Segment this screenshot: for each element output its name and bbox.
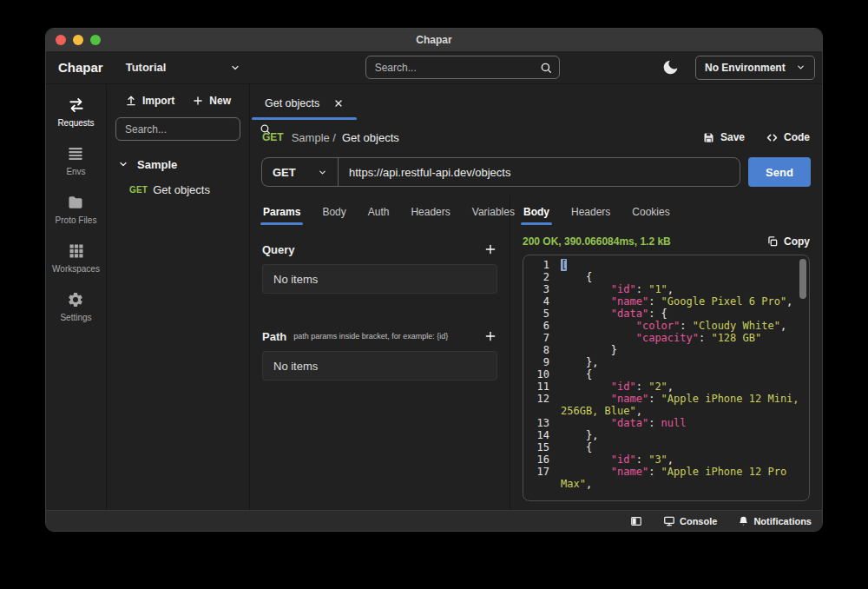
- app-window: Chapar Chapar Tutorial No Environment: [45, 28, 823, 532]
- console-label: Console: [680, 516, 717, 526]
- chevron-down-icon: [796, 63, 806, 72]
- tree-request-get-objects[interactable]: GET Get objects: [107, 181, 249, 198]
- tab-auth[interactable]: Auth: [368, 195, 390, 228]
- sidebar-toggle-icon[interactable]: [630, 515, 642, 527]
- line-number: 1: [529, 259, 549, 271]
- notifications-label: Notifications: [753, 516, 812, 526]
- import-button[interactable]: Import: [125, 95, 174, 107]
- tab-body[interactable]: Body: [322, 195, 345, 228]
- import-label: Import: [142, 95, 174, 107]
- rows-icon: [67, 145, 84, 162]
- line-number: 4: [529, 295, 549, 308]
- url-input[interactable]: [339, 166, 740, 179]
- code-line: 2 {: [529, 271, 809, 283]
- code-text: "capacity": "128 GB": [561, 332, 809, 344]
- add-query-param-icon[interactable]: [483, 242, 497, 256]
- workspace-dropdown[interactable]: Tutorial: [126, 61, 240, 74]
- code-line: 17 "name": "Apple iPhone 12 Pro Max",: [529, 466, 809, 490]
- tab-get-objects[interactable]: Get objects: [250, 84, 358, 122]
- response-body-viewer[interactable]: 1[2 {3 "id": "1",4 "name": "Google Pixel…: [523, 255, 810, 501]
- method-label: GET: [273, 166, 296, 179]
- code-label: Code: [784, 131, 810, 143]
- global-search-input[interactable]: [375, 62, 540, 74]
- tab-body-label: Body: [322, 206, 345, 218]
- tab-headers[interactable]: Headers: [411, 195, 450, 228]
- environment-dropdown[interactable]: No Environment: [695, 56, 815, 80]
- sidebar-item-workspaces[interactable]: Workspaces: [52, 242, 100, 274]
- tree-folder-sample[interactable]: Sample: [107, 155, 249, 174]
- tab-variables[interactable]: Variables: [472, 195, 515, 228]
- search-icon: [540, 62, 552, 74]
- path-section-hint: path params inside bracket, for example:…: [293, 332, 448, 341]
- code-text: "name": "Google Pixel 6 Pro",: [561, 295, 809, 308]
- code-brackets-icon: [766, 131, 779, 144]
- sidebar-item-label: Requests: [57, 118, 94, 128]
- request-method-badge: GET: [129, 185, 148, 195]
- code-text: "data": null: [561, 417, 809, 429]
- global-search[interactable]: [365, 56, 560, 79]
- floppy-save-icon: [702, 131, 715, 144]
- save-button[interactable]: Save: [702, 131, 745, 144]
- collections-panel: Import New: [107, 84, 250, 510]
- tab-response-cookies[interactable]: Cookies: [632, 195, 669, 228]
- url-bar: GET: [261, 157, 740, 187]
- code-line: 10 {: [529, 368, 809, 381]
- theme-toggle-moon-icon[interactable]: [661, 58, 680, 76]
- code-line: 15 {: [529, 441, 809, 453]
- collections-search[interactable]: [115, 117, 240, 141]
- close-window-button[interactable]: [56, 35, 66, 45]
- add-path-param-icon[interactable]: [483, 329, 497, 343]
- copy-button[interactable]: Copy: [766, 235, 810, 248]
- query-params-section: Query No items: [250, 239, 510, 294]
- line-number: 14: [529, 429, 549, 441]
- code-text: "id": "2",: [561, 381, 809, 393]
- scrollbar-thumb[interactable]: [799, 259, 806, 299]
- new-button[interactable]: New: [192, 95, 231, 107]
- console-monitor-icon: [663, 515, 675, 527]
- code-text: "data": {: [561, 308, 809, 320]
- sidebar-item-proto-files[interactable]: Proto Files: [56, 194, 97, 225]
- code-text: "id": "3",: [561, 453, 809, 466]
- zoom-window-button[interactable]: [90, 35, 101, 45]
- swap-arrows-icon: [68, 96, 85, 114]
- gear-icon: [67, 291, 84, 308]
- response-tabs: Body Headers Cookies: [510, 195, 822, 228]
- collections-search-input[interactable]: [125, 123, 260, 136]
- window-title: Chapar: [416, 34, 451, 46]
- tab-response-headers[interactable]: Headers: [571, 195, 610, 228]
- code-line: 12 "name": "Apple iPhone 12 Mini, 256GB,…: [529, 393, 809, 417]
- code-line: 14 },: [529, 429, 809, 441]
- copy-label: Copy: [784, 235, 810, 248]
- breadcrumb-method: GET: [262, 131, 284, 143]
- sidebar-item-settings[interactable]: Settings: [60, 291, 91, 322]
- line-number: 13: [529, 417, 549, 429]
- tab-response-cookies-label: Cookies: [632, 206, 669, 218]
- chevron-down-icon: [230, 63, 240, 73]
- console-button[interactable]: Console: [663, 515, 717, 527]
- code-line: 1[: [529, 259, 809, 271]
- code-line: 4 "name": "Google Pixel 6 Pro",: [529, 295, 809, 308]
- breadcrumb-name[interactable]: Get objects: [342, 131, 399, 144]
- code-text: "name": "Apple iPhone 12 Mini, 256GB, Bl…: [561, 393, 809, 417]
- notifications-button[interactable]: Notifications: [738, 515, 812, 526]
- response-status-row: 200 OK, 390.066084ms, 1.2 kB Copy: [510, 230, 822, 253]
- code-button[interactable]: Code: [766, 131, 810, 144]
- sidebar-item-envs[interactable]: Envs: [66, 145, 85, 176]
- tab-auth-label: Auth: [368, 206, 390, 218]
- method-dropdown[interactable]: GET: [262, 158, 339, 186]
- tree-folder-label: Sample: [137, 158, 177, 171]
- chevron-down-icon[interactable]: [118, 159, 128, 169]
- path-empty-state: No items: [262, 351, 497, 381]
- minimize-window-button[interactable]: [73, 35, 83, 45]
- tab-response-body[interactable]: Body: [523, 195, 549, 228]
- close-tab-icon[interactable]: [333, 98, 344, 109]
- send-button[interactable]: Send: [748, 157, 811, 187]
- active-tab-indicator: [521, 222, 552, 225]
- line-number: 9: [529, 356, 549, 368]
- code-line: 5 "data": {: [529, 308, 809, 320]
- code-text: },: [561, 429, 809, 441]
- code-text: {: [561, 368, 809, 381]
- line-number: 7: [529, 332, 549, 344]
- tab-params[interactable]: Params: [263, 195, 300, 228]
- sidebar-item-requests[interactable]: Requests: [57, 96, 94, 128]
